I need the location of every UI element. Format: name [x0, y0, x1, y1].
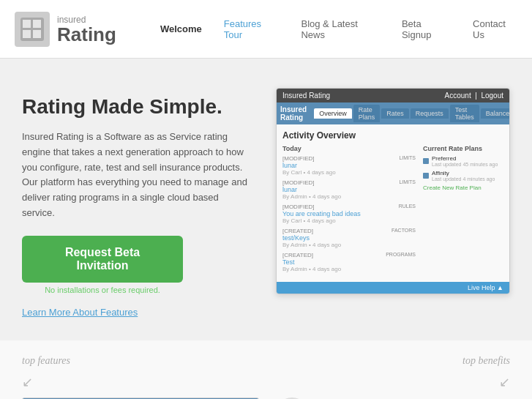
screenshot-tab-overview: Overview: [314, 108, 352, 119]
screenshot-brand: Insured Rating: [282, 92, 330, 100]
svg-rect-1: [23, 20, 31, 28]
logo: insured Rating: [15, 12, 116, 47]
svg-rect-4: [33, 30, 41, 38]
nav-features-tour[interactable]: Features Tour: [224, 18, 280, 40]
cta-button[interactable]: Request Beta Invitation: [22, 236, 183, 283]
current-plans: Current Rate Plans Preferred Last update…: [423, 145, 503, 276]
features-labels: top features top benefits: [22, 355, 510, 370]
nav-contact[interactable]: Contact Us: [473, 18, 517, 40]
nav-welcome[interactable]: Welcome: [160, 23, 202, 34]
nav-blog[interactable]: Blog & Latest News: [301, 18, 379, 40]
today-label: Today: [282, 145, 416, 152]
learn-more-link[interactable]: Learn More About Features: [22, 307, 138, 318]
plan-name-affinity: Affinity: [432, 170, 495, 176]
screenshot-tab-requests: Requests: [411, 108, 449, 119]
top-benefits-label: top benefits: [462, 355, 510, 367]
screenshot-logout: Logout: [481, 92, 503, 100]
plan-info-affinity: Affinity Last updated 4 minutes ago: [432, 170, 495, 182]
screenshot-tab-balances: Balances: [481, 108, 510, 119]
plan-affinity: Affinity Last updated 4 minutes ago: [423, 170, 503, 182]
hero-content: Rating Made Simple. Insured Rating is a …: [22, 88, 254, 318]
badge-1: LIMITS: [399, 155, 416, 160]
screenshot-nav: Insured Rating Overview Rate Plans Rates…: [277, 102, 509, 124]
features-section: top features top benefits ↙ ↙ Overview R…: [0, 340, 532, 399]
svg-rect-2: [33, 20, 41, 28]
plan-info-preferred: Preferred Last updated 45 minutes ago: [432, 155, 498, 167]
badge-3: RULES: [399, 204, 416, 209]
screenshot-footer: Live Help ▲: [277, 282, 509, 294]
activity-item-1: LIMITS [MODIFIED] lunar By Carl • 4 days…: [282, 155, 416, 176]
main-nav: Welcome Features Tour Blog & Latest News…: [160, 18, 517, 40]
hero-section: Rating Made Simple. Insured Rating is a …: [0, 59, 532, 340]
plan-preferred: Preferred Last updated 45 minutes ago: [423, 155, 503, 167]
features-arrow: ↙: [22, 374, 33, 390]
screenshot-tab-rates: Rates: [381, 108, 409, 119]
nav-beta[interactable]: Beta Signup: [402, 18, 451, 40]
top-features-label: top features: [22, 355, 70, 367]
create-new-rate-plan-link[interactable]: Create New Rate Plan: [423, 184, 503, 191]
activity-item-4: FACTORS [CREATED] test/Keys By Admin • 4…: [282, 228, 416, 248]
live-help-label: Live Help: [468, 284, 495, 291]
logo-text: insured Rating: [57, 15, 116, 44]
badge-5: PROGRAMS: [386, 252, 416, 257]
activity-today: Today LIMITS [MODIFIED] lunar By Carl • …: [282, 145, 416, 276]
plan-icon-affinity: [423, 173, 429, 179]
badge-2: LIMITS: [399, 179, 416, 184]
screenshot-header: Insured Rating Account | Logout: [277, 89, 509, 102]
activity-columns: Today LIMITS [MODIFIED] lunar By Carl • …: [282, 145, 503, 276]
cta-subtitle: No installations or fees required.: [22, 286, 183, 294]
plan-icon-preferred: [423, 158, 429, 164]
plan-name-preferred: Preferred: [432, 155, 498, 162]
screenshot-tab-rateplans: Rate Plans: [353, 105, 381, 122]
hero-description: Insured Rating is a Software as as Servi…: [22, 130, 254, 221]
screenshot-tab-testtables: Test Tables: [450, 105, 479, 122]
svg-rect-3: [23, 30, 31, 38]
plan-time-affinity: Last updated 4 minutes ago: [432, 176, 495, 182]
activity-title: Activity Overview: [282, 130, 503, 141]
header: insured Rating Welcome Features Tour Blo…: [0, 0, 532, 59]
screenshot-account: Account: [445, 92, 471, 100]
benefits-arrow: ↙: [499, 374, 510, 390]
activity-item-5: PROGRAMS [CREATED] Test By Admin • 4 day…: [282, 252, 416, 272]
screenshot-actions: Account | Logout: [445, 92, 503, 100]
screenshot-nav-brand: Insured Rating: [280, 105, 307, 122]
plan-time-preferred: Last updated 45 minutes ago: [432, 162, 498, 167]
current-plans-label: Current Rate Plans: [423, 145, 503, 152]
badge-4: FACTORS: [391, 228, 416, 233]
logo-icon: [15, 12, 50, 47]
logo-rating-text: Rating: [57, 25, 116, 44]
activity-item-3: RULES [MODIFIED] You are creating bad id…: [282, 204, 416, 224]
hero-title: Rating Made Simple.: [22, 95, 254, 119]
screenshot-body: Activity Overview Today LIMITS [MODIFIED…: [277, 124, 509, 282]
activity-item-2: LIMITS [MODIFIED] lunar By Admin • 4 day…: [282, 179, 416, 200]
app-screenshot: Insured Rating Account | Logout Insured …: [276, 88, 510, 294]
